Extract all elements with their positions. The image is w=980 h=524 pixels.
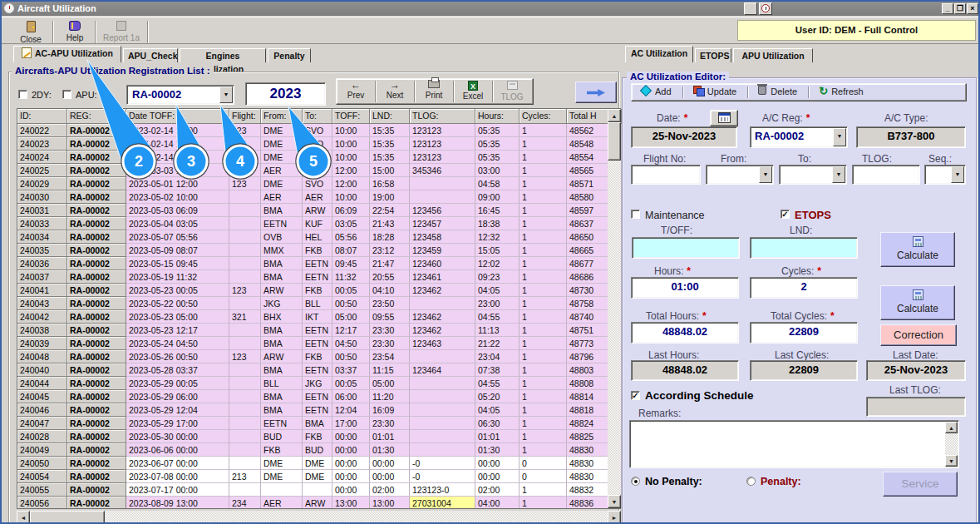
column-header[interactable]: ID:: [17, 109, 67, 124]
horizontal-scrollbar[interactable]: ◄ ►: [17, 511, 621, 524]
scroll-left-icon[interactable]: ◄: [17, 511, 30, 524]
calendar-button[interactable]: [710, 110, 738, 126]
calculate-button-1[interactable]: Calculate: [880, 232, 955, 267]
table-row[interactable]: 240039RA-000022023-05-24 04:50BMAEETN04:…: [17, 337, 622, 350]
prev-button[interactable]: ←Prev: [338, 81, 373, 103]
table-row[interactable]: 240042RA-000022023-05-23 05:00321BHXIKT0…: [17, 310, 622, 324]
excel-button[interactable]: XExcel: [456, 81, 490, 103]
year-input[interactable]: 2023: [245, 82, 326, 106]
flight-no-input[interactable]: [631, 165, 701, 185]
column-header[interactable]: LND:: [370, 109, 410, 124]
scroll-down-icon[interactable]: ▼: [608, 495, 621, 508]
restore-button[interactable]: ❐: [954, 3, 966, 14]
minimize-button[interactable]: _: [942, 3, 953, 14]
scroll-right-icon[interactable]: ►: [608, 511, 621, 524]
scroll-up-icon[interactable]: ▲: [608, 109, 621, 122]
table-row[interactable]: 240041RA-000022023-05-23 00:05123ARWFKB0…: [17, 284, 622, 297]
2dy-checkbox[interactable]: [18, 90, 27, 99]
correction-button[interactable]: Correction: [880, 324, 957, 346]
delete-button[interactable]: Delete: [753, 85, 804, 100]
close-button[interactable]: Close: [12, 21, 50, 43]
tlog-button[interactable]: TLOG: [495, 81, 529, 103]
table-row[interactable]: 240035RA-000022023-05-09 08:07MMXFKB08:0…: [17, 244, 622, 257]
tab-apu-check[interactable]: APU_Check: [123, 48, 178, 62]
add-button[interactable]: Add: [637, 86, 678, 101]
ac-reg-combobox[interactable]: RA-00002 ▼: [750, 126, 848, 148]
chevron-down-icon[interactable]: ▼: [832, 166, 845, 183]
next-button[interactable]: →Next: [377, 81, 412, 103]
report-button[interactable]: Report 1a: [99, 21, 144, 43]
table-row[interactable]: 240034RA-000022023-05-07 05:56OVBHEL05:5…: [17, 230, 622, 244]
print-button[interactable]: Print: [416, 80, 451, 102]
table-row[interactable]: 240022RA-000022023-02-14 10:00123DMESVO1…: [17, 124, 622, 137]
seq-combobox[interactable]: ▼: [924, 165, 966, 185]
vertical-scrollbar[interactable]: ▲ ▼: [608, 109, 621, 508]
table-row[interactable]: 240046RA-000022023-05-29 12:04BMAEETN12:…: [17, 403, 622, 417]
chevron-down-icon[interactable]: ▼: [833, 128, 846, 146]
according-schedule-checkbox[interactable]: ✓: [631, 391, 640, 400]
aircraft-reg-combobox[interactable]: RA-00002 ▼: [126, 85, 234, 105]
scroll-down-icon[interactable]: ▼: [945, 455, 958, 467]
hours-input[interactable]: 01:00: [631, 277, 739, 299]
table-row[interactable]: 240031RA-000022023-05-03 06:09BMAARW06:0…: [17, 204, 622, 217]
to-combobox[interactable]: ▼: [779, 165, 847, 185]
table-row[interactable]: 240036RA-000022023-05-15 09:45BMAEETN09:…: [17, 257, 622, 270]
table-row[interactable]: 240033RA-000022023-05-04 03:05EETNKUF03:…: [17, 217, 622, 230]
remarks-scrollbar[interactable]: ▲ ▼: [945, 422, 958, 467]
table-row[interactable]: 240047RA-000022023-05-29 17:00EETNBMA17:…: [17, 417, 622, 430]
table-row[interactable]: 240023RA-000022023-02-14 10:00123DMESVO1…: [17, 137, 622, 151]
scrollbar-thumb[interactable]: [608, 122, 621, 161]
total-cycles-input[interactable]: 22809: [750, 322, 858, 344]
table-row[interactable]: 240044RA-000022023-05-29 00:05BLLJKG00:0…: [17, 377, 622, 390]
tab-engines-utilization[interactable]: Engines Utilization: [180, 48, 266, 62]
chevron-down-icon[interactable]: ▼: [219, 87, 233, 103]
table-row[interactable]: 240049RA-000022023-06-06 00:00FKBBUD00:0…: [17, 443, 622, 457]
table-row[interactable]: 240038RA-000022023-05-23 12:17BMAEETN12:…: [17, 324, 622, 337]
total-hours-input[interactable]: 48848.02: [631, 322, 739, 344]
column-header[interactable]: REG:: [67, 109, 126, 124]
help-button[interactable]: Help: [57, 21, 93, 43]
from-combobox[interactable]: ▼: [706, 165, 774, 185]
no-penalty-radio[interactable]: [631, 477, 640, 486]
title-clock-icon-button[interactable]: [759, 2, 772, 15]
table-row[interactable]: 240054RA-000022023-07-08 00:00213DMEDME0…: [17, 470, 622, 483]
table-row[interactable]: 240056RA-000022023-08-09 13:00234AERARW1…: [17, 497, 622, 508]
calculate-button-2[interactable]: Calculate: [880, 285, 955, 320]
column-header[interactable]: Hours:: [475, 109, 520, 124]
table-row[interactable]: 240024RA-000022023-02-14 10:00DMESVO10:0…: [17, 151, 622, 164]
table-row[interactable]: 240025RA-000022023-03-03 12:004AERAER12:…: [17, 164, 622, 177]
column-header[interactable]: Cycles:: [520, 109, 567, 124]
remarks-textarea[interactable]: ▲ ▼: [629, 420, 959, 468]
update-button[interactable]: Update: [688, 85, 743, 100]
penalty-radio[interactable]: [746, 477, 756, 486]
table-row[interactable]: 240045RA-000022023-05-29 06:00BMAEETN06:…: [17, 390, 622, 403]
toff-input[interactable]: [632, 237, 740, 259]
cycles-input[interactable]: 2: [750, 277, 858, 299]
table-row[interactable]: 240037RA-000022023-05-19 11:32BMAEETN11:…: [17, 270, 622, 284]
service-button[interactable]: Service: [883, 472, 958, 497]
tab-ac-apu-utilization[interactable]: AC-APU Utilization: [13, 46, 121, 62]
lnd-input[interactable]: [750, 237, 858, 259]
column-header[interactable]: TLOG:: [410, 109, 475, 124]
table-row[interactable]: 240030RA-000022023-05-02 10:00AERAER10:0…: [17, 190, 622, 204]
close-window-button[interactable]: ×: [967, 3, 978, 14]
tab-etops[interactable]: ETOPS: [695, 48, 731, 62]
hscrollbar-thumb[interactable]: [30, 511, 105, 524]
tab-apu-utilization[interactable]: APU Utilization: [733, 48, 813, 62]
table-row[interactable]: 240055RA-000022023-07-17 00:0000:0002:00…: [17, 483, 622, 497]
tab-penalty[interactable]: Penalty: [268, 48, 311, 62]
etops-checkbox[interactable]: ✓: [781, 210, 790, 219]
column-header[interactable]: From:: [261, 109, 303, 124]
apu-checkbox[interactable]: [62, 90, 71, 99]
table-row[interactable]: 240028RA-000022023-05-30 00:00BUDFKB00:0…: [17, 430, 622, 443]
column-header[interactable]: Flight:: [229, 109, 261, 124]
chevron-down-icon[interactable]: ▼: [759, 166, 772, 183]
table-row[interactable]: 240029RA-000022023-05-01 12:00123DMESVO1…: [17, 177, 622, 190]
table-row[interactable]: 240040RA-000022023-05-28 03:37BMAEETN03:…: [17, 363, 622, 377]
maintenance-checkbox[interactable]: [631, 210, 640, 219]
table-row[interactable]: 240050RA-000022023-06-07 00:00DMEDME00:0…: [17, 457, 622, 470]
utilization-table[interactable]: ID:REG:Date TOFF:Flight:From:To:TOFF:LND…: [17, 108, 621, 509]
tlog-input[interactable]: [852, 165, 920, 185]
column-header[interactable]: To:: [303, 109, 332, 124]
scroll-up-icon[interactable]: ▲: [945, 422, 958, 433]
